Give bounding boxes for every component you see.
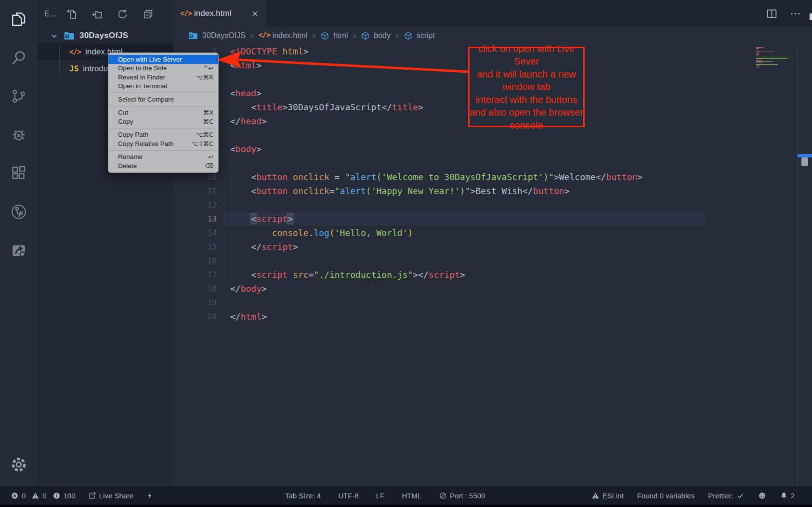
status-item-html[interactable]: HTML (402, 492, 421, 500)
activity-item-source-control[interactable] (0, 77, 38, 116)
menu-item-rename[interactable]: Rename↩ (108, 153, 218, 162)
folder-row-30daysofjs[interactable]: 30DaysOfJS (38, 28, 173, 43)
menu-item-open-in-terminal[interactable]: Open in Terminal (108, 82, 218, 91)
menu-item-copy-path[interactable]: Copy Path⌥⌘C (108, 130, 218, 140)
status-item-found-0-variables[interactable]: Found 0 variables (637, 492, 694, 500)
code-line-15[interactable]: 15 </script> (173, 240, 812, 254)
menu-item-shortcut: ⌫ (205, 162, 213, 169)
menu-item-label: Open in Terminal (118, 82, 213, 90)
code-line-19[interactable]: 19 (173, 296, 812, 310)
minimap-line (756, 52, 760, 53)
code-line-18[interactable]: 18</body> (173, 282, 812, 296)
code-token: > (256, 60, 262, 70)
breadcrumb-label: 30DaysOfJS (202, 31, 246, 40)
code-line-16[interactable]: 16 (173, 254, 812, 268)
status-bar: 00100Live Share Tab Size: 4UTF-8LFHTMLPo… (0, 486, 812, 505)
status-item-prettier[interactable]: Prettier: (708, 492, 745, 500)
folder-icon (188, 30, 198, 41)
status-item-smiley-icon[interactable] (758, 492, 766, 500)
menu-item-delete[interactable]: Delete⌫ (108, 161, 218, 170)
new-folder-icon[interactable] (91, 8, 103, 20)
menu-item-shortcut: ⌥⌘R (196, 74, 213, 81)
tab-index-html[interactable]: </>index.html (173, 0, 266, 27)
code-line-17[interactable]: 17 <script src="./introduction.js"></scr… (173, 268, 812, 282)
breadcrumb-item-30daysofjs[interactable]: 30DaysOfJS (188, 30, 246, 41)
folder-icon (63, 30, 75, 42)
line-number: 13 (173, 212, 217, 226)
scrollbar-thumb[interactable] (801, 157, 808, 166)
menu-item-open-to-the-side[interactable]: Open to the Side^↩ (108, 64, 218, 73)
menu-item-copy[interactable]: Copy⌘C (108, 117, 218, 126)
code-line-13[interactable]: 13 <script> (173, 212, 812, 226)
code-token: < (230, 60, 236, 70)
status-item-2[interactable]: 2 (780, 492, 795, 500)
status-item-0[interactable]: 0 (11, 492, 26, 500)
breadcrumb-label: script (417, 31, 435, 40)
status-item-port-5500[interactable]: Port : 5500 (439, 492, 485, 500)
code-token: . (309, 228, 314, 238)
code-token: > (564, 186, 570, 196)
status-item-tab-size-4[interactable]: Tab Size: 4 (285, 492, 321, 500)
code-token: title (256, 102, 282, 112)
code-line-9[interactable]: 9 (173, 156, 812, 170)
menu-separator (109, 106, 218, 106)
code-token: " (465, 186, 471, 196)
activity-bar (0, 0, 38, 486)
menu-item-label: Cut (118, 109, 198, 116)
code-line-11[interactable]: 11 <button onclick="alert('Happy New Yea… (173, 184, 812, 198)
new-file-icon[interactable] (65, 8, 78, 20)
line-number: 18 (173, 282, 217, 296)
code-line-20[interactable]: 20</html> (173, 310, 812, 324)
code-token: </ (596, 172, 606, 182)
breadcrumb-item-index-html[interactable]: </>index.html (259, 31, 308, 41)
activity-item-search[interactable] (0, 39, 38, 77)
refresh-icon[interactable] (117, 8, 129, 20)
breadcrumb-item-body[interactable]: body (361, 31, 391, 40)
code-token: > (288, 214, 293, 224)
folder-label: 30DaysOfJS (79, 31, 128, 40)
menu-item-select-for-compare[interactable]: Select for Compare (108, 95, 218, 104)
activity-item-explorer[interactable] (0, 0, 38, 39)
code-token: 'Hello, World' (335, 228, 408, 238)
breadcrumb-item-script[interactable]: script (404, 31, 435, 40)
status-item-bolt-icon[interactable] (146, 492, 154, 500)
code-token: > (471, 186, 476, 196)
status-item-100[interactable]: 100 (52, 492, 76, 500)
menu-item-reveal-in-finder[interactable]: Reveal in Finder⌥⌘R (108, 73, 218, 82)
close-icon[interactable] (251, 10, 259, 18)
status-label: Port : 5500 (450, 492, 485, 500)
settings-button[interactable] (0, 454, 38, 476)
activity-item-extensions[interactable] (0, 154, 38, 193)
code-line-8[interactable]: 8<body> (173, 142, 812, 156)
activity-item-live-server[interactable] (0, 231, 38, 270)
code-line-14[interactable]: 14 console.log('Hello, World') (173, 226, 812, 240)
breadcrumb-item-html[interactable]: html (320, 31, 348, 40)
status-item-utf-8[interactable]: UTF-8 (338, 492, 359, 500)
activity-item-live-share[interactable] (0, 193, 38, 231)
collapse-all-icon[interactable] (142, 8, 154, 20)
context-menu: Open with Live ServerOpen to the Side^↩R… (108, 52, 219, 173)
scrollbar[interactable] (797, 47, 812, 486)
status-item-eslint[interactable]: ESLint (591, 492, 624, 500)
status-item-0[interactable]: 0 (31, 492, 46, 500)
menu-item-cut[interactable]: Cut⌘X (108, 108, 218, 117)
code-token: < (230, 186, 256, 196)
ellipsis-icon[interactable] (789, 8, 801, 20)
code-token: " (549, 172, 554, 182)
code-token: > (293, 242, 298, 252)
split-editor-icon[interactable] (766, 8, 778, 20)
minimap[interactable] (756, 47, 796, 68)
code-line-12[interactable]: 12 (173, 198, 812, 212)
code-token: log (314, 228, 329, 238)
code-token: body (236, 144, 256, 154)
code-line-10[interactable]: 10 <button onclick = "alert('Welcome to … (173, 170, 812, 184)
code-token: title (392, 102, 418, 112)
status-item-lf[interactable]: LF (376, 492, 385, 500)
code-token: head (236, 88, 256, 98)
status-item-live-share[interactable]: Live Share (88, 492, 134, 500)
activity-item-run-debug[interactable] (0, 116, 38, 154)
menu-item-copy-relative-path[interactable]: Copy Relative Path⌥⇧⌘C (108, 139, 218, 148)
indent-guide (231, 156, 231, 282)
code-token: alert (350, 172, 376, 182)
menu-item-open-with-live-server[interactable]: Open with Live Server (108, 55, 218, 64)
